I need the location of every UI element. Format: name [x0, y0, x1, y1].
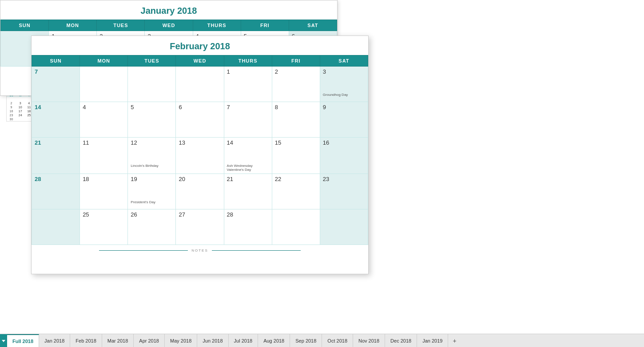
jan-mon: MON — [49, 20, 97, 31]
feb-cell — [32, 209, 80, 245]
tab-full-2018[interactable]: Full 2018 — [7, 334, 39, 347]
day-cell: 10 — [16, 105, 25, 109]
feb-cell: 25 — [80, 209, 128, 245]
feb-cell: 18 — [80, 174, 128, 209]
feb-cell: 13 — [176, 138, 224, 174]
large-calendar-february: February 2018 SUN MON TUES WED THURS FRI… — [31, 35, 369, 274]
feb-cell: 4 — [80, 102, 128, 138]
feb-thurs: THURS — [224, 55, 272, 67]
day-cell: 30 — [7, 117, 16, 121]
day-cell: 3 — [16, 101, 25, 105]
feb-cell: 8 — [272, 102, 320, 138]
feb-cell — [176, 67, 224, 102]
tab-nov-2018[interactable]: Nov 2018 — [353, 334, 385, 347]
tab-add-button[interactable]: + — [448, 334, 461, 347]
feb-cell: 2 — [272, 67, 320, 102]
jan-wed: WED — [145, 20, 193, 31]
feb-week-4: 28 18 19President's Day 20 21 22 23 — [32, 174, 368, 209]
feb-cell: 26 — [128, 209, 176, 245]
feb-cell: 23 — [320, 174, 368, 209]
tab-apr-2018[interactable]: Apr 2018 — [134, 334, 165, 347]
feb-fri: FRI — [272, 55, 320, 67]
feb-cell: 3Groundhog Day — [320, 67, 368, 102]
february-header-row: SUN MON TUES WED THURS FRI SAT — [32, 55, 368, 67]
feb-cell — [272, 209, 320, 245]
feb-week-3: 21 11 12Lincoln's Birthday 13 14Ash Wedn… — [32, 138, 368, 174]
feb-cell: 16 — [320, 138, 368, 174]
feb-cell: 1 — [224, 67, 272, 102]
feb-cell — [128, 67, 176, 102]
tab-may-2018[interactable]: May 2018 — [165, 334, 197, 347]
feb-wed: WED — [176, 55, 224, 67]
tab-bar: Full 2018 Jan 2018 Feb 2018 Mar 2018 Apr… — [0, 334, 644, 347]
tab-jan-2019[interactable]: Jan 2019 — [417, 334, 448, 347]
feb-cell: 7 — [32, 67, 80, 102]
february-grid: SUN MON TUES WED THURS FRI SAT 7 1 2 — [32, 55, 368, 245]
feb-cell: 22 — [272, 174, 320, 209]
tab-sep-2018[interactable]: Sep 2018 — [290, 334, 322, 347]
main-area: 2018 ANNUAL CALENDAR TEMPLATE JANUARY 20… — [0, 0, 644, 334]
january-title: January 2018 — [0, 0, 337, 20]
feb-cell: 12Lincoln's Birthday — [128, 138, 176, 174]
tab-jan-2018[interactable]: Jan 2018 — [39, 334, 70, 347]
january-header-row: SUN MON TUES WED THURS FRI SAT — [1, 20, 337, 31]
jan-fri: FRI — [241, 20, 289, 31]
feb-week-5: 25 26 27 28 — [32, 209, 368, 245]
feb-sat: SAT — [320, 55, 368, 67]
feb-cell: 19President's Day — [128, 174, 176, 209]
feb-week-2: 14 4 5 6 7 8 9 — [32, 102, 368, 138]
jan-thurs: THURS — [193, 20, 241, 31]
sheet-indicator — [0, 334, 7, 347]
tab-aug-2018[interactable]: Aug 2018 — [258, 334, 290, 347]
tab-mar-2018[interactable]: Mar 2018 — [102, 334, 134, 347]
feb-cell: 14 — [32, 102, 80, 138]
jan-sun: SUN — [1, 20, 49, 31]
feb-cell: 21 — [32, 138, 80, 174]
feb-cell: 9 — [320, 102, 368, 138]
jan-sat: SAT — [289, 20, 337, 31]
feb-cell: 28 — [224, 209, 272, 245]
feb-cell: 20 — [176, 174, 224, 209]
feb-cell: 15 — [272, 138, 320, 174]
day-cell: 16 — [7, 109, 16, 113]
tab-jun-2018[interactable]: Jun 2018 — [197, 334, 228, 347]
tab-feb-2018[interactable]: Feb 2018 — [70, 334, 102, 347]
february-title: February 2018 — [32, 36, 368, 55]
feb-notes-footer: NOTES — [32, 245, 368, 256]
day-cell: 2 — [7, 101, 16, 105]
feb-cell — [320, 209, 368, 245]
day-cell — [16, 97, 25, 101]
feb-cell: 27 — [176, 209, 224, 245]
feb-mon: MON — [80, 55, 128, 67]
tab-dec-2018[interactable]: Dec 2018 — [385, 334, 417, 347]
feb-cell: 6 — [176, 102, 224, 138]
feb-cell — [80, 67, 128, 102]
tab-oct-2018[interactable]: Oct 2018 — [322, 334, 353, 347]
day-cell: 17 — [16, 109, 25, 113]
jan-tues: TUES — [97, 20, 145, 31]
day-cell — [16, 117, 25, 121]
feb-cell: 21 — [224, 174, 272, 209]
day-cell: 24 — [16, 113, 25, 117]
feb-sun: SUN — [32, 55, 80, 67]
feb-cell: 11 — [80, 138, 128, 174]
feb-cell: 14Ash WednesdayValentine's Day — [224, 138, 272, 174]
feb-cell: 5 — [128, 102, 176, 138]
tab-jul-2018[interactable]: Jul 2018 — [229, 334, 258, 347]
feb-cell: 7 — [224, 102, 272, 138]
day-cell — [7, 97, 16, 101]
day-cell: 9 — [7, 105, 16, 109]
day-cell: 23 — [7, 113, 16, 117]
feb-tues: TUES — [128, 55, 176, 67]
feb-cell: 28 — [32, 174, 80, 209]
sheet-triangle — [2, 340, 5, 342]
feb-week-1: 7 1 2 3Groundhog Day — [32, 67, 368, 102]
